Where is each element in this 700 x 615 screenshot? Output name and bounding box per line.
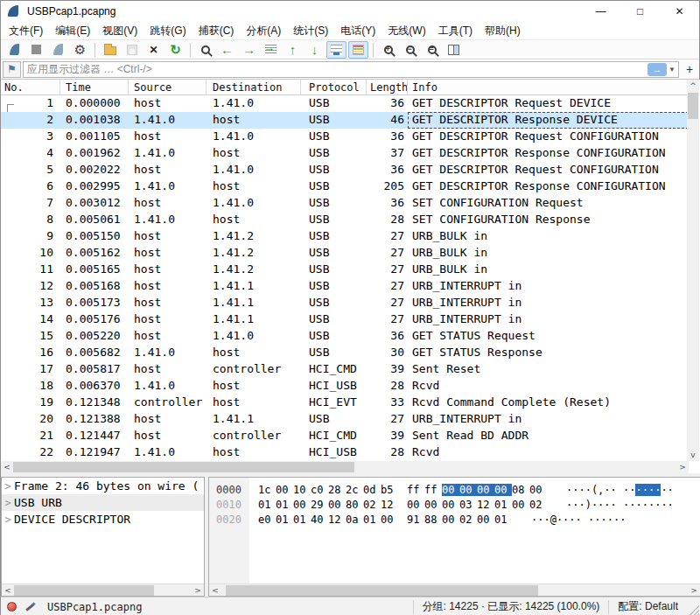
menu-item-7[interactable]: 电话(Y) (334, 22, 382, 40)
packet-row[interactable]: 60.0029951.41.0hostUSB205GET DESCRIPTOR … (1, 178, 689, 195)
hex-byte[interactable]: 01 (363, 514, 381, 526)
hex-byte[interactable]: 00 (442, 484, 459, 496)
detail-tree-row[interactable]: >Frame 2: 46 bytes on wire ( (2, 478, 204, 494)
hex-byte[interactable]: 0d (363, 484, 381, 496)
hex-byte[interactable]: 00 (407, 499, 424, 511)
packet-row[interactable]: 30.001105host1.41.0USB36GET DESCRIPTOR R… (1, 129, 689, 145)
packet-row[interactable]: 200.121388host1.41.1USB27URB_INTERRUPT i… (1, 411, 689, 428)
add-filter-button[interactable]: + (682, 61, 697, 78)
hex-byte[interactable]: 00 (293, 499, 311, 511)
capture-start-button[interactable] (4, 41, 24, 59)
go-forward-button[interactable]: → (239, 41, 259, 59)
maximize-button[interactable]: □ (620, 1, 660, 22)
close-button[interactable]: ✕ (660, 1, 699, 22)
expander-icon[interactable]: > (2, 514, 14, 526)
hex-byte[interactable]: 01 (258, 499, 276, 511)
column-header-info[interactable]: Info (408, 80, 689, 94)
scroll-right-icon[interactable]: > (688, 584, 700, 597)
hex-byte[interactable]: 02 (459, 514, 477, 526)
hex-byte[interactable]: 00 (529, 484, 547, 496)
scroll-up-icon[interactable]: ^ (687, 80, 699, 92)
menu-item-4[interactable]: 捕获(C) (192, 22, 241, 40)
menu-item-3[interactable]: 跳转(G) (144, 22, 192, 40)
scroll-down-icon[interactable]: v (687, 449, 699, 461)
hex-byte[interactable]: 00 (442, 514, 459, 526)
hex-byte[interactable]: c0 (311, 484, 328, 496)
go-first-packet-button[interactable]: ↑ (283, 41, 303, 59)
packet-row[interactable]: 40.0019621.41.0hostUSB37GET DESCRIPTOR R… (1, 145, 689, 162)
hex-byte[interactable]: e0 (258, 514, 276, 526)
hex-byte[interactable]: 00 (276, 484, 293, 496)
hex-byte[interactable]: 0a (346, 514, 363, 526)
hex-byte[interactable]: 2c (346, 484, 363, 496)
auto-scroll-button[interactable] (326, 41, 346, 59)
packet-list-hscrollbar[interactable]: < > (1, 461, 689, 473)
hex-byte[interactable]: 01 (494, 514, 512, 526)
column-header-no[interactable]: No. (1, 80, 60, 94)
hex-byte[interactable]: 12 (477, 499, 494, 511)
display-filter-input[interactable] (24, 63, 648, 75)
menu-item-5[interactable]: 分析(A) (240, 22, 287, 40)
hex-byte[interactable]: 00 (328, 499, 346, 511)
hscroll-thumb[interactable] (226, 585, 538, 596)
hex-byte[interactable]: 03 (459, 499, 477, 511)
hscroll-thumb[interactable] (13, 462, 354, 472)
zoom-out-button[interactable]: − (400, 41, 420, 59)
save-file-button[interactable] (122, 41, 142, 59)
capture-options-button[interactable]: ⚙ (70, 41, 90, 59)
packet-row[interactable]: 100.005162host1.41.2USB27URB_BULK in (1, 245, 689, 262)
hex-byte[interactable]: 1c (258, 484, 276, 496)
minimize-button[interactable]: — (581, 1, 620, 22)
profile-label[interactable]: 配置: Default (608, 600, 687, 614)
hex-byte[interactable]: 02 (529, 499, 547, 511)
menu-item-0[interactable]: 文件(F) (3, 22, 49, 40)
hex-byte[interactable]: 12 (328, 514, 346, 526)
hex-byte[interactable]: 00 (442, 499, 459, 511)
hex-byte[interactable]: 00 (424, 499, 442, 511)
column-header-length[interactable]: Length (367, 80, 408, 94)
hex-byte[interactable]: 00 (512, 499, 529, 511)
menu-item-2[interactable]: 视图(V) (96, 22, 144, 40)
expander-icon[interactable]: > (2, 497, 14, 509)
hex-byte[interactable]: 00 (477, 514, 494, 526)
hex-byte[interactable]: 02 (363, 499, 381, 511)
menu-item-8[interactable]: 无线(W) (382, 22, 431, 40)
hex-byte[interactable]: 10 (293, 484, 311, 496)
hex-byte[interactable]: 01 (276, 514, 293, 526)
packet-row[interactable]: 180.0063701.41.0hostHCI_USB28Rcvd (1, 378, 689, 395)
scroll-right-icon[interactable]: > (192, 584, 204, 597)
hex-byte[interactable]: ff (407, 484, 424, 496)
hex-byte[interactable]: 01 (494, 499, 512, 511)
hex-byte[interactable]: 00 (381, 514, 398, 526)
column-header-protocol[interactable]: Protocol (301, 80, 367, 94)
hex-byte[interactable]: b5 (381, 484, 398, 496)
expert-info-icon[interactable] (7, 602, 17, 612)
scroll-left-icon[interactable]: < (2, 584, 14, 597)
reload-file-button[interactable]: ↻ (165, 41, 186, 59)
zoom-normal-button[interactable]: = (422, 41, 442, 59)
go-back-button[interactable]: ← (217, 41, 237, 59)
column-header-source[interactable]: Source (129, 80, 206, 94)
packet-row[interactable]: 110.005165host1.41.2USB27URB_BULK in (1, 262, 689, 278)
find-packet-button[interactable] (195, 41, 215, 59)
resize-grip[interactable] (687, 604, 699, 615)
hex-byte[interactable]: 01 (293, 514, 311, 526)
scroll-right-icon[interactable]: > (676, 461, 689, 473)
close-file-button[interactable]: ✕ (144, 41, 164, 59)
hex-byte[interactable]: 01 (276, 499, 293, 511)
open-file-button[interactable] (100, 41, 120, 59)
menu-item-6[interactable]: 统计(S) (287, 22, 334, 40)
packet-row[interactable]: 150.005220host1.41.0USB36GET STATUS Requ… (1, 328, 689, 345)
hex-byte[interactable]: 80 (346, 499, 363, 511)
scroll-left-icon[interactable]: < (209, 584, 221, 597)
hex-byte[interactable]: 00 (494, 484, 512, 496)
packet-row[interactable]: 50.002022host1.41.0USB36GET DESCRIPTOR R… (1, 162, 689, 178)
expander-icon[interactable]: > (2, 480, 14, 493)
go-last-packet-button[interactable]: ↓ (304, 41, 325, 59)
packet-list-vscrollbar[interactable]: ^ v (687, 80, 699, 461)
packet-row[interactable]: 160.0056821.41.0hostUSB30GET STATUS Resp… (1, 345, 689, 361)
hex-byte[interactable]: 12 (381, 499, 398, 511)
packet-row[interactable]: 130.005173host1.41.1USB27URB_INTERRUPT i… (1, 295, 689, 311)
hex-byte[interactable]: 88 (424, 514, 442, 526)
packet-row[interactable]: 170.005817hostcontrollerHCI_CMD39Sent Re… (1, 361, 689, 378)
